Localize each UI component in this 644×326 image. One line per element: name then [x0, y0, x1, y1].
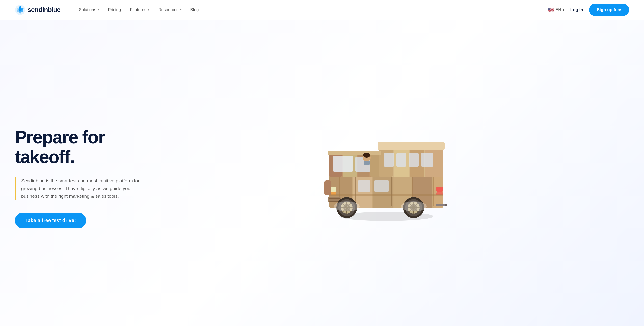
lang-chevron-icon: ▾: [562, 8, 564, 12]
login-button[interactable]: Log in: [570, 6, 584, 14]
svg-rect-76: [436, 204, 446, 206]
svg-rect-37: [409, 153, 418, 167]
wooden-van-svg: [314, 128, 458, 223]
svg-rect-35: [384, 153, 394, 167]
svg-rect-32: [328, 151, 382, 155]
brand-name: sendinblue: [28, 6, 60, 14]
yellow-accent-bar: [15, 177, 16, 200]
svg-point-48: [363, 152, 370, 157]
test-drive-button[interactable]: Take a free test drive!: [15, 213, 86, 228]
hero-title: Prepare for takeoff.: [15, 127, 144, 167]
resources-menu[interactable]: Resources ▾: [155, 6, 185, 14]
svg-rect-40: [374, 180, 389, 192]
nav-right: 🇺🇸 EN ▾ Log in Sign up free: [548, 4, 629, 16]
sendinblue-logo-icon: [15, 5, 25, 15]
hero-description: Sendinblue is the smartest and most intu…: [21, 177, 144, 200]
svg-rect-45: [329, 200, 340, 201]
blog-link[interactable]: Blog: [187, 6, 202, 14]
svg-rect-75: [324, 180, 332, 195]
hero-content: Prepare for takeoff. Sendinblue is the s…: [15, 122, 144, 228]
solutions-chevron-icon: ▾: [98, 8, 99, 12]
hero-description-wrapper: Sendinblue is the smartest and most intu…: [15, 177, 144, 200]
svg-point-77: [444, 204, 447, 206]
language-selector[interactable]: 🇺🇸 EN ▾: [548, 7, 564, 13]
svg-rect-38: [421, 153, 434, 167]
features-chevron-icon: ▾: [148, 8, 149, 12]
svg-rect-33: [333, 155, 353, 172]
nav-links: Solutions ▾ Pricing Features ▾ Resources…: [75, 6, 548, 14]
svg-rect-36: [396, 153, 406, 167]
resources-chevron-icon: ▾: [180, 8, 182, 12]
hero-image-area: [144, 101, 629, 250]
features-menu[interactable]: Features ▾: [126, 6, 153, 14]
svg-rect-31: [378, 142, 444, 150]
flag-icon: 🇺🇸: [548, 7, 554, 13]
hero-section: Prepare for takeoff. Sendinblue is the s…: [0, 20, 644, 326]
signup-button[interactable]: Sign up free: [589, 4, 629, 16]
svg-rect-44: [329, 198, 340, 199]
svg-point-69: [401, 202, 426, 211]
svg-rect-72: [436, 187, 443, 192]
pricing-link[interactable]: Pricing: [104, 6, 124, 14]
van-illustration: [314, 128, 458, 223]
svg-rect-49: [364, 160, 370, 165]
logo-link[interactable]: sendinblue: [15, 5, 60, 15]
svg-rect-74: [330, 194, 443, 196]
svg-point-68: [334, 202, 360, 211]
svg-rect-39: [358, 180, 370, 192]
navbar: sendinblue Solutions ▾ Pricing Features …: [0, 0, 644, 20]
solutions-menu[interactable]: Solutions ▾: [75, 6, 102, 14]
svg-rect-25: [370, 153, 379, 177]
